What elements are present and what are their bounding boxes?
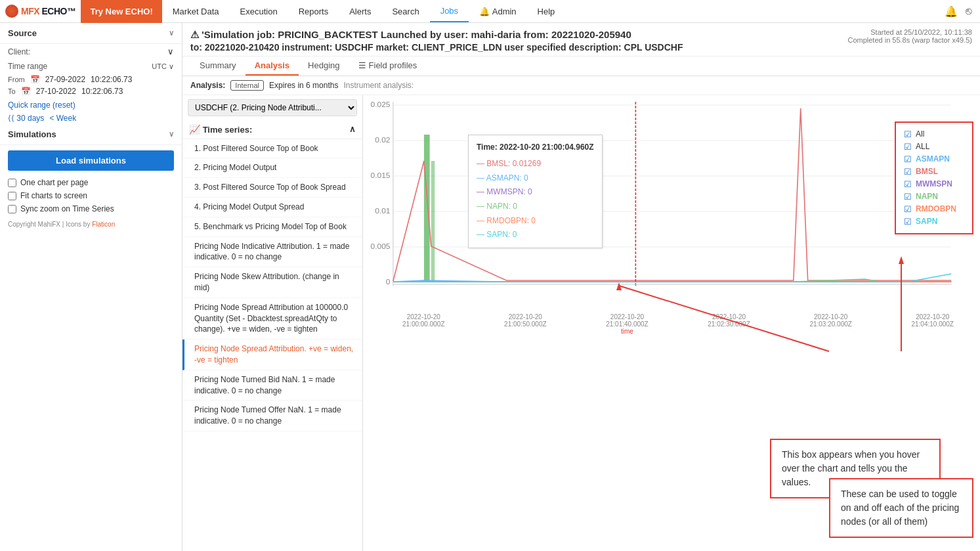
simulations-label: Simulations xyxy=(8,129,56,139)
legend-all-label: All xyxy=(916,129,924,139)
source-section-header[interactable]: Source ∨ xyxy=(0,23,182,44)
client-label: Client: xyxy=(8,47,30,56)
one-chart-checkbox[interactable] xyxy=(8,179,16,187)
tooltip-bmsl: — BMSL: 0.01269 xyxy=(477,157,594,171)
svg-text:0.02: 0.02 xyxy=(375,136,390,143)
list-item-2[interactable]: 2. Pricing Model Output xyxy=(182,158,362,178)
time-series-list: USDCHF (2. Pricing Node Attributi... 📈 T… xyxy=(182,95,363,551)
chart-section: USDCHF (2. Pricing Node Attributi... 📈 T… xyxy=(182,95,980,551)
nav-help[interactable]: Help xyxy=(527,0,566,22)
one-chart-row: One chart per page xyxy=(0,176,182,189)
fit-charts-row: Fit charts to screen xyxy=(0,189,182,202)
checkbox-all-icon: ☑ xyxy=(904,129,912,139)
x-label-2: 2022-10-2021:01:40.000Ztime xyxy=(606,313,649,335)
legend-ALL-label: ALL xyxy=(916,142,929,151)
flaticon-link[interactable]: Flaticon xyxy=(92,221,115,228)
toggle-annotation-box: These can be used to toggle on and off e… xyxy=(829,478,973,538)
x-axis-labels: 2022-10-20 21:00:00.000Z 2022-10-2021:00… xyxy=(363,312,980,335)
tooltip-time: Time: 2022-10-20 21:00:04.960Z xyxy=(477,141,594,155)
legend-SAPN-label: SAPN xyxy=(916,217,937,226)
svg-text:0.005: 0.005 xyxy=(370,242,390,250)
range-30-days[interactable]: ⟨⟨ 30 days xyxy=(8,114,44,123)
checkbox-SAPN-icon: ☑ xyxy=(904,217,912,227)
client-chevron-icon[interactable]: ∨ xyxy=(167,47,174,56)
nav-alerts[interactable]: Alerts xyxy=(339,0,381,22)
list-select-row: USDCHF (2. Pricing Node Attributi... xyxy=(182,95,362,120)
list-item-11[interactable]: Pricing Node Turned Offer NaN. 1 = made … xyxy=(182,401,362,431)
legend-NAPN[interactable]: ☑ NAPN xyxy=(904,190,964,203)
tab-hedging[interactable]: Hedging xyxy=(299,56,349,76)
logout-icon[interactable]: ⎋ xyxy=(966,5,972,17)
list-item-4[interactable]: 4. Pricing Model Output Spread xyxy=(182,198,362,217)
legend-BMSL[interactable]: ☑ BMSL xyxy=(904,165,964,178)
nav-reports[interactable]: Reports xyxy=(288,0,339,22)
nav-market-data[interactable]: Market Data xyxy=(162,0,230,22)
notification-icon[interactable]: 🔔 xyxy=(945,5,958,18)
legend-NAPN-label: NAPN xyxy=(916,192,938,201)
nav-search[interactable]: Search xyxy=(381,0,429,22)
nav-jobs[interactable]: Jobs xyxy=(430,0,469,22)
svg-rect-13 xyxy=(424,135,430,282)
simulations-section-header[interactable]: Simulations ∨ xyxy=(0,124,182,145)
range-week[interactable]: < Week xyxy=(49,114,76,123)
title-bar: Started at 25/10/2022, 10:11:38 Complete… xyxy=(182,23,980,56)
to-row: To 📅 27-10-2022 10:22:06.73 xyxy=(0,85,182,97)
from-label: From xyxy=(8,76,25,83)
tooltip-rmdobpn: — RMDOBPN: 0 xyxy=(477,214,594,229)
one-chart-label: One chart per page xyxy=(20,178,88,187)
legend-RMDOBPN-label: RMDOBPN xyxy=(916,204,956,213)
tab-field-profiles[interactable]: ☰ Field profiles xyxy=(349,56,427,76)
from-time: 10:22:06.73 xyxy=(91,75,132,84)
time-series-header[interactable]: 📈 Time series: ∧ xyxy=(182,120,362,139)
list-item-3[interactable]: 3. Post Filtered Source Top of Book Spre… xyxy=(182,178,362,198)
sync-zoom-label: Sync zoom on Time Series xyxy=(20,204,114,213)
checkbox-NAPN-icon: ☑ xyxy=(904,192,912,202)
tab-analysis[interactable]: Analysis xyxy=(245,56,299,76)
tooltip-sapn: — SAPN: 0 xyxy=(477,228,594,242)
field-profiles-icon: ☰ xyxy=(358,60,366,70)
legend-RMDOBPN[interactable]: ☑ RMDOBPN xyxy=(904,203,964,215)
list-item-10[interactable]: Pricing Node Turned Bid NaN. 1 = made in… xyxy=(182,370,362,401)
time-series-label: 📈 Time series: xyxy=(189,124,252,135)
to-label: To xyxy=(8,87,16,95)
legend-MWMSPN[interactable]: ☑ MWMSPN xyxy=(904,178,964,190)
legend-BMSL-label: BMSL xyxy=(916,167,938,176)
tab-summary[interactable]: Summary xyxy=(190,56,245,76)
source-chevron-icon: ∨ xyxy=(169,29,174,37)
time-series-chevron-icon: ∧ xyxy=(349,124,356,134)
to-time: 10:22:06.73 xyxy=(81,87,123,96)
list-item-1[interactable]: 1. Post Filtered Source Top of Book xyxy=(182,139,362,159)
try-new-button[interactable]: Try New ECHO! xyxy=(81,0,161,23)
tooltip-mwmspn: — MWMSPN: 0 xyxy=(477,185,594,200)
x-label-1: 2022-10-2021:00:50.000Z xyxy=(504,313,547,335)
copyright: Copyright MahiFX | Icons by Flaticon xyxy=(0,215,182,233)
utc-selector[interactable]: UTC ∨ xyxy=(152,62,174,71)
fit-charts-checkbox[interactable] xyxy=(8,192,16,200)
logo: MFX ECHO™ xyxy=(0,0,81,22)
nav-admin[interactable]: 🔔 Admin xyxy=(469,0,526,22)
sync-zoom-checkbox[interactable] xyxy=(8,205,16,213)
list-item-9[interactable]: Pricing Node Spread Attribution. +ve = w… xyxy=(182,340,362,370)
legend-all-check[interactable]: ☑ All xyxy=(904,128,964,141)
x-label-4: 2022-10-2021:03:20.000Z xyxy=(809,313,852,335)
quick-range-link[interactable]: Quick range (reset) xyxy=(8,100,75,110)
load-simulations-button[interactable]: Load simulations xyxy=(8,150,174,171)
center-panel: Started at 25/10/2022, 10:11:38 Complete… xyxy=(182,23,980,551)
nav-execution[interactable]: Execution xyxy=(230,0,288,22)
chart-svg: 0.025 0.02 0.015 0.01 0.005 0 xyxy=(363,95,980,312)
legend-SAPN[interactable]: ☑ SAPN xyxy=(904,215,964,228)
legend-ASMAPN[interactable]: ☑ ASMAPN xyxy=(904,153,964,165)
chart-legend: ☑ All ☑ ALL ☑ ASMAPN ☑ BMSL xyxy=(895,121,973,234)
instrument-label: Instrument analysis: xyxy=(343,81,414,90)
time-range-row: Time range UTC ∨ xyxy=(0,59,182,74)
svg-rect-14 xyxy=(431,161,435,282)
list-item-8[interactable]: Pricing Node Spread Attribution at 10000… xyxy=(182,298,362,340)
svg-text:0.01: 0.01 xyxy=(375,207,390,214)
list-item-7[interactable]: Pricing Node Skew Attribution. (change i… xyxy=(182,267,362,298)
list-item-5[interactable]: 5. Benchmark vs Pricing Model Top of Boo… xyxy=(182,217,362,237)
fit-charts-label: Fit charts to screen xyxy=(20,191,87,200)
list-item-6[interactable]: Pricing Node Indicative Attribution. 1 =… xyxy=(182,237,362,268)
legend-ALL[interactable]: ☑ ALL xyxy=(904,141,964,153)
instrument-select[interactable]: USDCHF (2. Pricing Node Attributi... xyxy=(188,99,357,116)
source-label: Source xyxy=(8,28,37,38)
